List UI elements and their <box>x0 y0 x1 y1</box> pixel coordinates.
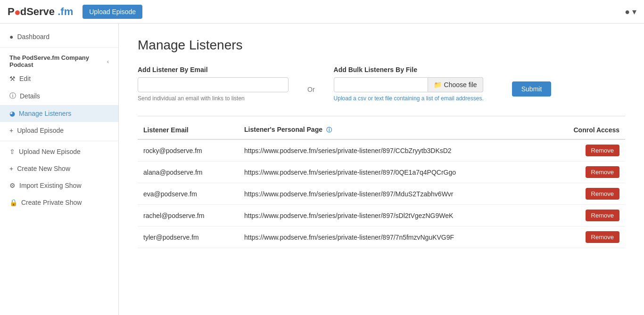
import-icon: ⚙ <box>9 182 16 189</box>
sidebar-label-upload-episode-sub: Upload Episode <box>17 127 64 134</box>
logo-dot <box>15 10 20 15</box>
table-header-row: Listener Email Listener's Personal Page … <box>138 121 625 139</box>
add-by-email-section: Add Listener By Email Send individual an… <box>138 66 289 102</box>
or-divider: Or <box>307 86 315 93</box>
control-cell: Remove <box>550 205 625 226</box>
choose-file-label: Choose file <box>444 81 477 89</box>
file-input-row: 📁 Choose file <box>334 77 484 92</box>
plus-icon: + <box>9 127 13 134</box>
control-cell: Remove <box>550 183 625 205</box>
main-content: Manage Listeners Add Listener By Email S… <box>119 24 644 315</box>
personal-page-link[interactable]: https://www.podserve.fm/series/private-l… <box>244 234 454 241</box>
table-row: rachel@podserve.fm https://www.podserve.… <box>138 205 625 226</box>
listener-page: https://www.podserve.fm/series/private-l… <box>239 162 550 183</box>
folder-icon: 📁 <box>434 81 442 89</box>
create-icon: + <box>9 165 13 172</box>
logo-fm: .fm <box>58 6 73 17</box>
listeners-table-section: Listener Email Listener's Personal Page … <box>138 116 625 248</box>
private-icon: 🔒 <box>9 199 17 206</box>
listener-page: https://www.podserve.fm/series/private-l… <box>239 226 550 248</box>
control-cell: Remove <box>550 162 625 183</box>
remove-button[interactable]: Remove <box>586 188 619 200</box>
page-title: Manage Listeners <box>138 38 625 53</box>
listeners-table: Listener Email Listener's Personal Page … <box>138 121 625 248</box>
sidebar-item-create-new-show[interactable]: + Create New Show <box>0 160 118 177</box>
listener-email: rachel@podserve.fm <box>138 205 239 226</box>
upload-icon: ⇧ <box>9 148 15 155</box>
remove-button[interactable]: Remove <box>586 231 619 243</box>
col-header-email: Listener Email <box>138 121 239 139</box>
sidebar-item-edit[interactable]: ⚒ Edit <box>0 70 118 87</box>
add-listener-section: Add Listener By Email Send individual an… <box>138 66 625 102</box>
remove-button[interactable]: Remove <box>586 210 619 221</box>
sidebar-label-create-private-show: Create Private Show <box>21 199 82 206</box>
sidebar: ● Dashboard The PodServe.fm Company Podc… <box>0 24 119 315</box>
table-row: alana@podserve.fm https://www.podserve.f… <box>138 162 625 183</box>
info-icon[interactable]: ⓘ <box>326 127 332 133</box>
submit-button[interactable]: Submit <box>512 81 552 97</box>
personal-page-link[interactable]: https://www.podserve.fm/series/private-l… <box>244 169 456 176</box>
sidebar-label-upload-new-episode: Upload New Episode <box>19 148 81 155</box>
email-input[interactable] <box>138 77 289 92</box>
sidebar-item-import-existing-show[interactable]: ⚙ Import Existing Show <box>0 177 118 194</box>
listener-email: alana@podserve.fm <box>138 162 239 183</box>
logo-pod: PdServe <box>8 6 58 17</box>
sidebar-label-details: Details <box>20 92 40 100</box>
col-header-page: Listener's Personal Page ⓘ <box>239 121 550 139</box>
control-cell: Remove <box>550 139 625 162</box>
listener-email: rocky@podserve.fm <box>138 139 239 162</box>
upload-episode-button[interactable]: Upload Episode <box>83 5 142 19</box>
control-cell: Remove <box>550 226 625 248</box>
sidebar-podcast-section: The PodServe.fm Company Podcast ‹ <box>0 49 118 70</box>
listeners-icon: ◕ <box>9 110 15 117</box>
sidebar-label-import-existing-show: Import Existing Show <box>19 182 82 189</box>
add-bulk-section: Add Bulk Listeners By File 📁 Choose file… <box>334 66 484 102</box>
logo: PdServe .fm Upload Episode <box>8 5 142 19</box>
sidebar-divider-2 <box>0 141 118 141</box>
dashboard-icon: ● <box>9 33 13 40</box>
personal-page-link[interactable]: https://www.podserve.fm/series/private-l… <box>244 212 453 219</box>
col-header-control: Conrol Access <box>550 121 625 139</box>
sidebar-item-manage-listeners[interactable]: ◕ Manage Listeners <box>0 105 118 122</box>
send-hint: Send individual an email with links to l… <box>138 95 289 102</box>
edit-icon: ⚒ <box>9 75 16 82</box>
sidebar-item-details[interactable]: ⓘ Details <box>0 87 118 105</box>
topnav: PdServe .fm Upload Episode ● ▾ <box>0 0 644 24</box>
layout: ● Dashboard The PodServe.fm Company Podc… <box>0 24 644 315</box>
listener-page: https://www.podserve.fm/series/private-l… <box>239 183 550 205</box>
listener-email: eva@podserve.fm <box>138 183 239 205</box>
remove-button[interactable]: Remove <box>586 145 619 156</box>
sidebar-collapse-icon[interactable]: ‹ <box>107 58 109 65</box>
choose-file-button[interactable]: 📁 Choose file <box>428 77 483 92</box>
user-menu[interactable]: ● ▾ <box>625 7 636 17</box>
user-chevron-icon: ▾ <box>632 7 636 16</box>
sidebar-podcast-title: The PodServe.fm Company Podcast <box>9 54 107 68</box>
table-header: Listener Email Listener's Personal Page … <box>138 121 625 139</box>
sidebar-divider <box>0 47 118 48</box>
col-page-label: Listener's Personal Page <box>244 126 322 133</box>
table-row: tyler@podserve.fm https://www.podserve.f… <box>138 226 625 248</box>
personal-page-link[interactable]: https://www.podserve.fm/series/private-l… <box>244 190 454 198</box>
sidebar-label-edit: Edit <box>19 75 31 82</box>
listeners-tbody: rocky@podserve.fm https://www.podserve.f… <box>138 139 625 248</box>
listener-page: https://www.podserve.fm/series/private-l… <box>239 205 550 226</box>
sidebar-label-create-new-show: Create New Show <box>17 165 70 172</box>
file-hint: Upload a csv or text file containing a l… <box>334 95 484 102</box>
sidebar-item-create-private-show[interactable]: 🔒 Create Private Show <box>0 194 118 211</box>
table-row: rocky@podserve.fm https://www.podserve.f… <box>138 139 625 162</box>
add-by-email-label: Add Listener By Email <box>138 66 289 73</box>
sidebar-item-dashboard[interactable]: ● Dashboard <box>0 28 118 45</box>
file-display-input <box>334 77 428 92</box>
remove-button[interactable]: Remove <box>586 166 619 178</box>
info-circle-icon: ⓘ <box>9 92 16 100</box>
listener-email: tyler@podserve.fm <box>138 226 239 248</box>
table-row: eva@podserve.fm https://www.podserve.fm/… <box>138 183 625 205</box>
sidebar-label-dashboard: Dashboard <box>17 33 50 40</box>
personal-page-link[interactable]: https://www.podserve.fm/series/private-l… <box>244 147 452 154</box>
sidebar-item-upload-episode-sub[interactable]: + Upload Episode <box>0 122 118 139</box>
add-bulk-label: Add Bulk Listeners By File <box>334 66 484 73</box>
sidebar-item-upload-new-episode[interactable]: ⇧ Upload New Episode <box>0 143 118 160</box>
sidebar-label-manage-listeners: Manage Listeners <box>19 110 71 117</box>
listener-page: https://www.podserve.fm/series/private-l… <box>239 139 550 162</box>
